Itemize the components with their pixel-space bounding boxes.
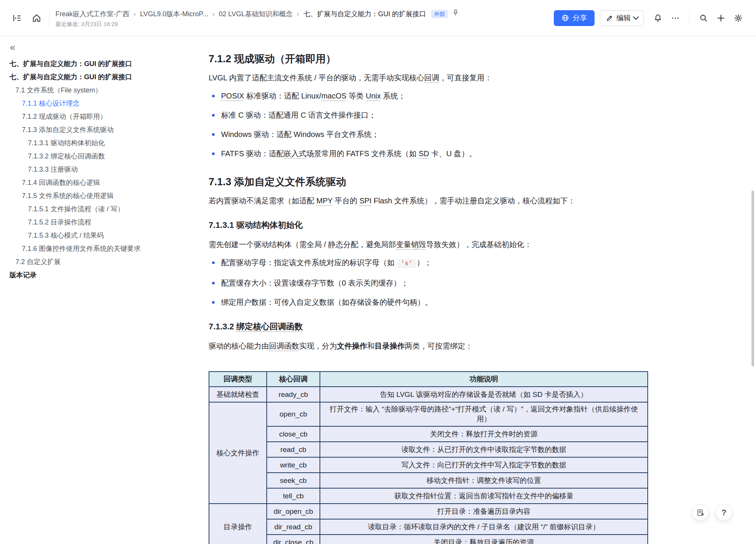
sidebar-item[interactable]: 七、扩展与自定义能力：GUI 的扩展接口 (0, 71, 172, 84)
breadcrumb-row: Freak嵌入式工作室-广西›LVGL9.0版本-MicroP...›02 LV… (55, 8, 459, 20)
section-heading: 7.1.2 现成驱动（开箱即用） (209, 52, 647, 66)
pin-icon (452, 9, 459, 17)
pencil-icon (606, 14, 613, 22)
breadcrumb-separator: › (297, 10, 299, 18)
create-new-button[interactable] (714, 11, 728, 25)
table-row: tell_cb获取文件指针位置：返回当前读写指针在文件中的偏移量 (209, 488, 648, 504)
table-row: read_cb读取文件：从已打开的文件中读取指定字节数的数据 (209, 442, 648, 457)
sidebar-item[interactable]: 7.1.5.3 核心模式 / 结果码 (0, 229, 172, 242)
sidebar-item[interactable]: 7.1.5.1 文件操作流程（读 / 写） (0, 203, 172, 216)
text-part: 目录操作 (375, 342, 405, 350)
bullet-item: 绑定用户数据：可传入自定义数据（如存储设备的硬件句柄）。 (209, 297, 647, 307)
sidebar-item[interactable]: 七、扩展与自定义能力：GUI 的扩展接口 (0, 57, 149, 71)
vertical-scrollbar-thumb[interactable] (751, 191, 754, 366)
sidebar-item[interactable]: 7.2 自定义扩展 (0, 255, 172, 269)
text-part: 场景常用的 FATFS 文件系统（如 (306, 149, 418, 158)
plus-icon (716, 14, 725, 23)
bell-icon (653, 14, 662, 23)
text-part: 嵌入式 (284, 149, 306, 158)
table-callback-cell: close_cb (267, 426, 320, 442)
bullet-item: 配置驱动字母：指定该文件系统对应的标识字母（如 's'）； (209, 257, 647, 269)
sidebar-item[interactable]: 版本记录 (0, 269, 172, 282)
section-heading: 7.1.3 添加自定义文件系统驱动 (209, 175, 647, 189)
sidebar-item[interactable]: 7.1.5.2 目录操作流程 (0, 216, 172, 229)
reader-mode-button[interactable] (692, 504, 709, 521)
text-part: 卡、U 盘）。 (429, 149, 477, 158)
breadcrumb-separator: › (134, 10, 136, 18)
sidebar-item[interactable]: 7.1.3.3 注册驱动 (0, 163, 172, 176)
table-callback-cell: dir_open_cb (267, 504, 320, 519)
table-callback-cell: read_cb (267, 442, 320, 457)
bullet-dot (212, 95, 215, 97)
table-row: 基础就绪检查ready_cb告知 LVGL 该驱动对应的存储设备是否就绪（如 S… (209, 387, 648, 402)
breadcrumb: Freak嵌入式工作室-广西›LVGL9.0版本-MicroP...›02 LV… (55, 9, 426, 18)
bullet-item: 配置缓存大小：设置读缓存字节数（0 表示关闭缓存）； (209, 278, 647, 288)
text-part: POSIX (221, 92, 244, 100)
text-part: FATFS 驱动：适配 (221, 149, 284, 158)
table-row: close_cb关闭文件：释放打开文件时的资源 (209, 426, 648, 442)
breadcrumb-item[interactable]: 七、扩展与自定义能力：GUI 的扩展接口 (303, 9, 426, 18)
edit-label: 编辑 (616, 13, 631, 23)
sidebar-item[interactable]: 7.1.3 添加自定义文件系统驱动 (0, 123, 172, 137)
bullet-list: 配置驱动字母：指定该文件系统对应的标识字母（如 's'）；配置缓存大小：设置读缓… (209, 257, 647, 307)
sidebar-item[interactable]: 7.1.3.2 绑定核心回调函数 (0, 150, 172, 163)
sidebar-toggle-button[interactable] (10, 11, 24, 25)
text-part: 回调函数 (269, 342, 299, 350)
paragraph: LVGL 内置了适配主流文件系统 / 平台的驱动，无需手动实现核心回调，可直接复… (209, 72, 647, 83)
table-row: write_cb写入文件：向已打开的文件中写入指定字节数的数据 (209, 457, 648, 473)
topbar-left: Freak嵌入式工作室-广西›LVGL9.0版本-MicroP...›02 LV… (0, 8, 459, 28)
collapse-sidebar-button[interactable]: « (10, 42, 15, 52)
breadcrumb-item[interactable]: 02 LVGL基础知识和概念 (219, 9, 293, 18)
breadcrumb-item[interactable]: Freak嵌入式工作室-广西 (55, 9, 129, 18)
text-part: 变量销毁 (396, 240, 426, 249)
share-button[interactable]: 分享 (554, 10, 595, 26)
edit-button[interactable]: 编辑 (600, 10, 644, 26)
bullet-text: 配置驱动字母：指定该文件系统对应的标识字母（如 's'）； (221, 257, 432, 269)
section-heading: 7.1.3.2 绑定核心回调函数 (209, 321, 647, 332)
text-part: 驱动的核心能力由 (209, 342, 269, 350)
bullet-dot (212, 114, 215, 117)
text-part: 标准 C 驱动：适配通用 C 语言文件操作接口； (221, 111, 376, 119)
breadcrumb-separator: › (212, 10, 215, 18)
text-part: 回调 (424, 74, 439, 82)
sidebar-item[interactable]: 7.1.3.1 驱动结构体初始化 (0, 137, 172, 150)
sidebar-item[interactable]: 7.1.6 图像控件使用文件系统的关键要求 (0, 242, 172, 255)
table-desc-cell: 移动文件指针：调整文件读写的位置 (320, 473, 648, 488)
more-button[interactable] (668, 11, 682, 25)
search-button[interactable] (696, 11, 711, 25)
home-button[interactable] (29, 11, 44, 25)
bullet-text: 标准 C 驱动：适配通用 C 语言文件操作接口； (221, 110, 376, 120)
document-area: 状 7.1.2 现成驱动（开箱即用）LVGL 内置了适配主流文件系统 / 平台的… (158, 36, 756, 544)
text-part: 配置缓存大小：设置读缓存字节数（0 表示关闭缓存）； (221, 279, 409, 287)
table-desc-cell: 告知 LVGL 该驱动对应的存储设备是否就绪（如 SD 卡是否插入） (320, 387, 648, 402)
sidebar-item[interactable]: 7.1.1 核心设计理念 (0, 97, 172, 110)
sidebar-item[interactable]: 7.1.2 现成驱动（开箱即用） (0, 110, 172, 123)
table-header-cell: 核心回调 (267, 372, 320, 387)
text-part: 导致失效），完成基础初始化： (426, 240, 532, 249)
table-desc-cell: 打开文件：输入 “去除驱动字母的路径”+“打开模式（读 / 写）”，返回文件对象… (320, 402, 648, 426)
question-mark-icon: ? (721, 508, 726, 518)
table-group-cell: 目录操作 (209, 504, 267, 544)
bullet-item: 标准 C 驱动：适配通用 C 语言文件操作接口； (209, 110, 647, 120)
bullet-dot (212, 261, 215, 264)
home-icon (32, 13, 41, 23)
sidebar-item[interactable]: 7.1 文件系统（File system） (0, 84, 172, 97)
settings-button[interactable] (731, 11, 745, 25)
text-part: 平台的 (333, 197, 360, 205)
text-part: Flash 文件系统），需手动注册自定义驱动，核心流程如下： (372, 197, 575, 205)
pin-button[interactable] (452, 9, 459, 18)
inline-code: 's' (398, 259, 416, 268)
bullet-text: Windows 驱动：适配 Windows 平台文件系统； (221, 129, 379, 140)
text-part: 和 (367, 342, 375, 350)
breadcrumb-item[interactable]: LVGL9.0版本-MicroP... (140, 9, 208, 18)
more-icon (671, 14, 680, 23)
share-label: 分享 (573, 13, 587, 23)
table-callback-cell: dir_read_cb (267, 519, 320, 535)
bullet-dot (212, 282, 215, 284)
text-part: LVGL 内置了适配主流文件系统 / 平台的驱动，无需手动实现核心 (209, 74, 424, 82)
help-button[interactable]: ? (716, 504, 732, 521)
bullet-text: 配置缓存大小：设置读缓存字节数（0 表示关闭缓存）； (221, 278, 409, 288)
notifications-button[interactable] (651, 11, 665, 25)
sidebar-item[interactable]: 7.1.4 回调函数的核心逻辑 (0, 176, 172, 189)
sidebar-item[interactable]: 7.1.5 文件系统的核心使用逻辑 (0, 189, 172, 203)
